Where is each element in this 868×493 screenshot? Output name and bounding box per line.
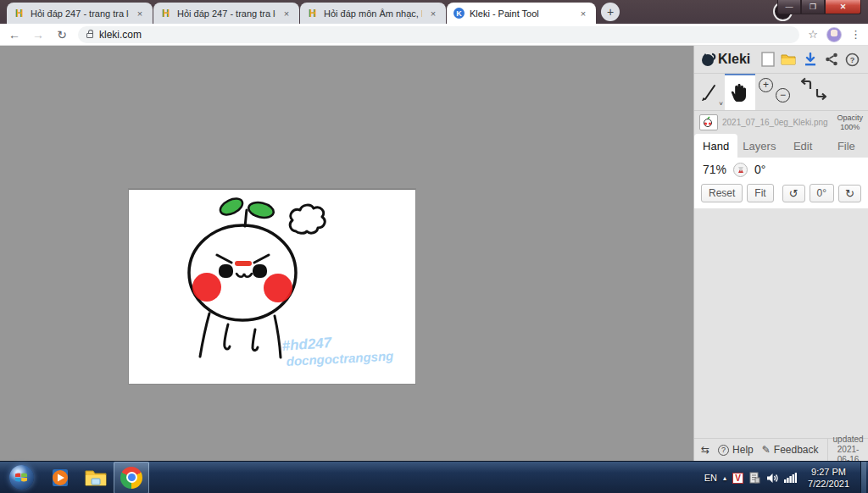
download-save-button[interactable] xyxy=(801,49,819,69)
undo-icon[interactable] xyxy=(799,77,813,91)
steam-puff xyxy=(290,205,325,233)
help-link[interactable]: ? Help xyxy=(718,444,754,456)
fit-button[interactable]: Fit xyxy=(747,184,773,202)
drawing-canvas[interactable]: #hd247 docngoctrangsng xyxy=(129,189,415,384)
volume-icon[interactable] xyxy=(766,473,778,484)
clock-time: 9:27 PM xyxy=(808,466,849,478)
tray-document-icon[interactable] xyxy=(749,472,760,484)
hand-tool-button[interactable] xyxy=(725,74,755,110)
tray-expand-icon[interactable]: ▴ xyxy=(723,474,726,482)
panel-footer: ⇆ ? Help ✎ Feedback updated 2021-06-16 xyxy=(694,438,868,461)
character-head xyxy=(189,225,296,320)
language-indicator[interactable]: EN xyxy=(704,473,717,483)
browser-menu-icon[interactable]: ⋮ xyxy=(850,28,861,41)
hoidap247-favicon-icon: H xyxy=(14,8,25,19)
tab-edit[interactable]: Edit xyxy=(782,134,825,158)
taskbar-media-player-icon[interactable] xyxy=(42,462,78,493)
network-signal-icon[interactable] xyxy=(784,473,797,483)
hand-right xyxy=(253,330,258,351)
eye-left xyxy=(219,264,233,278)
annotation-line1: #hd247 xyxy=(281,335,333,354)
windows-start-orb-icon xyxy=(9,465,34,490)
tab-hoidap-1[interactable]: H Hỏi đáp 247 - trang tra loi × xyxy=(7,3,153,24)
zoom-out-icon[interactable]: − xyxy=(776,88,790,102)
tab-close-icon[interactable]: × xyxy=(577,8,589,19)
taskbar-explorer-icon[interactable] xyxy=(78,462,114,493)
reload-icon[interactable]: ↻ xyxy=(54,28,70,42)
tab-title: Hỏi đáp 247 - trang tra loi xyxy=(177,8,275,19)
tab-file[interactable]: File xyxy=(825,134,868,158)
tab-hoidap-2[interactable]: H Hỏi đáp 247 - trang tra loi × xyxy=(153,3,299,24)
arm-left-outer xyxy=(200,313,209,357)
rotate-cw-button[interactable]: ↻ xyxy=(838,185,861,202)
kleki-logo-icon xyxy=(699,51,716,68)
tab-title: Kleki - Paint Tool xyxy=(470,8,572,19)
screen: H Hỏi đáp 247 - trang tra loi × H Hỏi đá… xyxy=(0,0,868,493)
layer-thumbnail[interactable] xyxy=(699,114,718,130)
filename-text: 2021_07_16_0eg_Kleki.png xyxy=(722,118,832,127)
kleki-workspace[interactable]: #hd247 docngoctrangsng xyxy=(0,46,693,461)
tray-v-app-icon[interactable]: V xyxy=(732,473,743,484)
feedback-link[interactable]: ✎ Feedback xyxy=(762,444,819,456)
profile-avatar[interactable] xyxy=(826,27,842,42)
tab-layers[interactable]: Layers xyxy=(737,134,781,158)
character-drawing: #hd247 docngoctrangsng xyxy=(129,189,415,384)
window-maximize-button[interactable]: ❐ xyxy=(801,0,825,14)
history-controls xyxy=(794,74,833,110)
angle-reset-button[interactable]: 0° xyxy=(810,184,834,202)
updated-label: updated xyxy=(833,435,864,445)
brush-options-caret-icon[interactable]: ˅ xyxy=(719,100,723,108)
swap-colors-icon[interactable]: ⇆ xyxy=(701,444,709,456)
new-image-button[interactable] xyxy=(759,49,776,69)
back-icon[interactable]: ← xyxy=(7,28,22,42)
bookmark-star-icon[interactable]: ☆ xyxy=(808,28,818,41)
opacity-control[interactable]: Opacity 100% xyxy=(837,114,863,131)
start-button[interactable] xyxy=(0,465,42,490)
share-icon[interactable] xyxy=(822,49,840,69)
sprout-leaf-left xyxy=(218,196,245,219)
taskbar-clock[interactable]: 9:27 PM 7/22/2021 xyxy=(803,466,854,490)
address-bar[interactable]: kleki.com xyxy=(78,26,799,43)
secure-lock-icon xyxy=(86,33,93,38)
tab-hoidap-3[interactable]: H Hỏi đáp môn Âm nhạc, Mỹ thuật × xyxy=(300,3,446,24)
kleki-header: Kleki ? xyxy=(694,46,868,74)
tab-kleki[interactable]: K Kleki - Paint Tool × xyxy=(447,3,596,24)
system-tray: EN ▴ V 9:27 PM 7/22/2021 xyxy=(704,462,868,493)
window-minimize-button[interactable]: — xyxy=(777,0,801,14)
anger-mark xyxy=(235,261,252,266)
help-icon[interactable]: ? xyxy=(843,49,861,69)
tab-title: Hỏi đáp 247 - trang tra loi xyxy=(31,8,129,19)
tab-hand[interactable]: Hand xyxy=(694,134,737,158)
rotate-ccw-button[interactable]: ↺ xyxy=(782,185,805,202)
chrome-logo-icon xyxy=(120,467,142,489)
browser-toolbar: ← → ↻ kleki.com ☆ ⋮ xyxy=(0,24,868,46)
zoom-status-row: 71% 0° xyxy=(694,158,868,181)
window-close-button[interactable]: ✕ xyxy=(825,0,861,14)
open-file-button[interactable] xyxy=(780,49,798,69)
hoidap247-favicon-icon: H xyxy=(307,8,319,19)
kleki-panel: Kleki ? xyxy=(693,46,868,461)
opacity-label: Opacity xyxy=(837,114,863,122)
hoidap247-favicon-icon: H xyxy=(160,8,172,19)
tab-close-icon[interactable]: × xyxy=(281,8,292,19)
show-desktop-button[interactable] xyxy=(860,462,866,493)
reset-button[interactable]: Reset xyxy=(701,184,743,202)
rotation-compass-icon[interactable] xyxy=(733,163,748,177)
tab-title: Hỏi đáp môn Âm nhạc, Mỹ thuật xyxy=(324,8,422,19)
hand-left xyxy=(225,324,230,349)
arm-right-outer xyxy=(275,316,281,357)
redo-icon[interactable] xyxy=(815,87,828,101)
svg-text:?: ? xyxy=(850,56,855,64)
zoom-in-icon[interactable]: + xyxy=(759,78,773,92)
taskbar-chrome-icon[interactable] xyxy=(114,462,149,493)
windows-taskbar: EN ▴ V 9:27 PM 7/22/2021 xyxy=(0,461,868,493)
url-text: kleki.com xyxy=(99,29,142,41)
forward-icon[interactable]: → xyxy=(31,28,46,42)
tab-close-icon[interactable]: × xyxy=(134,8,146,19)
rotation-angle-value: 0° xyxy=(754,163,765,176)
tab-close-icon[interactable]: × xyxy=(427,8,439,19)
zoom-percent-value: 71% xyxy=(703,163,726,176)
brush-tool-button[interactable]: ˅ xyxy=(694,74,725,110)
new-tab-button[interactable]: + xyxy=(601,3,620,21)
window-controls: — ❐ ✕ xyxy=(777,0,861,14)
